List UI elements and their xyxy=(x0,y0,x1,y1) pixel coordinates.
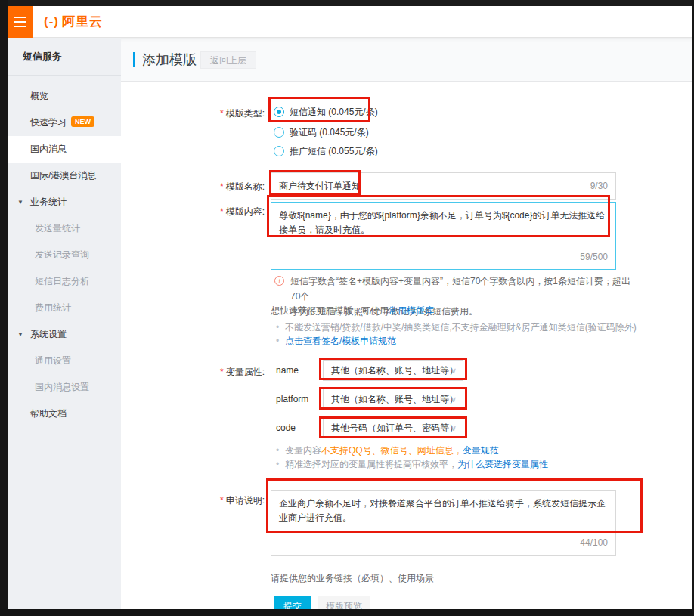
back-button[interactable]: 返回上层 xyxy=(200,51,256,69)
template-content-counter: 59/500 xyxy=(580,250,608,265)
template-name-input[interactable]: 商户待支付订单通知 9/30 xyxy=(271,172,616,200)
sidebar-item-sms-log-analysis[interactable]: 短信日志分析 xyxy=(8,268,121,295)
rule-spec-link-item: 点击查看签名/模板申请规范 xyxy=(276,334,637,348)
radio-unselected-icon xyxy=(274,146,284,156)
sidebar-item-domestic-messages[interactable]: 国内消息 xyxy=(8,136,121,163)
sidebar-item-domestic-msg-settings[interactable]: 国内消息设置 xyxy=(8,374,121,401)
caret-down-icon: ▼ xyxy=(17,321,23,348)
sidebar: 短信服务 概览 快速学习NEW 国内消息 国际/港澳台消息 ▼业务统计 发送量统… xyxy=(8,38,121,609)
application-desc-value: 企业商户余额不足时，对接餐道聚合平台的订单不推送给骑手，系统发短信提示企业商户进… xyxy=(279,498,606,523)
template-content-label: *模版内容: xyxy=(144,206,265,218)
console-window: (-)阿里云 短信服务 概览 快速学习NEW 国内消息 国际/港澳台消息 ▼业务… xyxy=(0,0,694,616)
chevron-down-icon: ∨ xyxy=(451,389,457,409)
template-name-counter: 9/30 xyxy=(590,173,608,199)
info-icon: i xyxy=(274,276,284,286)
radio-verification-code[interactable]: 验证码 (0.045元/条) xyxy=(274,125,369,140)
business-link-hint: 请提供您的业务链接（必填）、使用场景 xyxy=(271,572,434,585)
variable-name-dropdown[interactable]: 其他（如名称、账号、地址等）∨ xyxy=(323,360,463,381)
sidebar-item-quick-learn[interactable]: 快速学习NEW xyxy=(8,110,121,136)
aliyun-logo-text: 阿里云 xyxy=(62,14,103,29)
sidebar-item-send-record-query[interactable]: 发送记录查询 xyxy=(8,242,121,268)
sidebar-item-cost-stats[interactable]: 费用统计 xyxy=(8,295,121,321)
page-title: 添加模版 xyxy=(142,51,197,69)
application-desc-textarea[interactable]: 企业商户余额不足时，对接餐道聚合平台的订单不推送给骑手，系统发短信提示企业商户进… xyxy=(271,490,616,556)
quick-template-tip: 想快速获得可用模版，可使用常用模版库 xyxy=(271,304,434,317)
sidebar-title: 短信服务 xyxy=(8,38,121,76)
hamburger-menu-icon[interactable] xyxy=(8,6,33,38)
sidebar-group-business-stats[interactable]: ▼业务统计 xyxy=(8,189,121,215)
aliyun-logo-mark: (-) xyxy=(44,14,59,29)
title-accent-bar xyxy=(133,52,135,67)
page-title-bar: 添加模版 返回上层 xyxy=(121,38,692,82)
variable-attr-note: 精准选择对应的变量属性将提高审核效率，为什么要选择变量属性 xyxy=(276,457,548,471)
application-desc-counter: 44/100 xyxy=(580,536,608,550)
top-app-bar: (-)阿里云 xyxy=(8,6,692,38)
sidebar-item-send-volume-stats[interactable]: 发送量统计 xyxy=(8,215,121,242)
template-name-value: 商户待支付订单通知 xyxy=(279,181,361,191)
template-name-label: *模版名称: xyxy=(144,181,265,193)
window-frame-top xyxy=(0,0,694,6)
template-content-value: 尊敬${name}，由于您的${platform}余额不足，订单号为${code… xyxy=(279,210,605,235)
radio-promo-sms[interactable]: 推广短信 (0.055元/条) xyxy=(274,144,378,159)
main-content: 添加模版 返回上层 *模版类型: 短信通知 (0.045元/条) 验证码 (0.… xyxy=(121,38,692,609)
signature-template-spec-link[interactable]: 点击查看签名/模板申请规范 xyxy=(285,336,396,346)
template-content-textarea[interactable]: 尊敬${name}，由于您的${platform}余额不足，订单号为${code… xyxy=(271,202,616,270)
radio-selected-icon xyxy=(274,107,284,117)
variable-notes-list: 变量内容不支持QQ号、微信号、网址信息，变量规范 精准选择对应的变量属性将提高审… xyxy=(276,444,548,471)
sidebar-item-help-docs[interactable]: 帮助文档 xyxy=(8,401,121,427)
chevron-down-icon: ∨ xyxy=(451,361,457,380)
variable-code-dropdown[interactable]: 其他号码（如订单号、密码等）∨ xyxy=(323,417,463,438)
sidebar-group-system-settings[interactable]: ▼系统设置 xyxy=(8,321,121,348)
no-qq-wechat-url-warning: 不支持QQ号、微信号、网址信息， xyxy=(321,445,463,456)
variable-code-label: code xyxy=(276,417,296,438)
sidebar-item-overview[interactable]: 概览 xyxy=(8,83,121,110)
application-desc-label: *申请说明: xyxy=(144,494,265,507)
caret-down-icon: ▼ xyxy=(17,189,23,215)
variable-name-label: name xyxy=(276,360,299,381)
template-rules-list: 不能发送营销/贷款/借款/中奖/抽奖类短信,不支持金融理财&房产通知类短信(验证… xyxy=(276,320,637,348)
sidebar-item-general-settings[interactable]: 通用设置 xyxy=(8,348,121,374)
new-badge: NEW xyxy=(71,116,94,127)
template-type-label: *模版类型: xyxy=(144,107,265,120)
window-frame-bottom xyxy=(0,609,694,616)
sidebar-item-intl-messages[interactable]: 国际/港澳台消息 xyxy=(8,163,121,189)
variable-attrs-label: *变量属性: xyxy=(144,366,265,379)
radio-unselected-icon xyxy=(274,127,284,138)
why-choose-variable-attr-link[interactable]: 为什么要选择变量属性 xyxy=(457,459,548,469)
variable-content-note: 变量内容不支持QQ号、微信号、网址信息，变量规范 xyxy=(276,444,548,457)
chevron-down-icon: ∨ xyxy=(451,418,457,438)
radio-sms-notification[interactable]: 短信通知 (0.045元/条) xyxy=(274,104,378,119)
variable-platform-dropdown[interactable]: 其他（如名称、账号、地址等）∨ xyxy=(323,388,463,410)
window-frame-left xyxy=(0,0,8,616)
common-template-library-link[interactable]: 常用模版库 xyxy=(389,305,434,316)
variable-spec-link[interactable]: 变量规范 xyxy=(463,445,499,456)
rule-no-marketing: 不能发送营销/贷款/借款/中奖/抽奖类短信,不支持金融理财&房产通知类短信(验证… xyxy=(276,320,637,334)
variable-platform-label: platform xyxy=(276,388,308,410)
aliyun-logo[interactable]: (-)阿里云 xyxy=(44,6,103,38)
